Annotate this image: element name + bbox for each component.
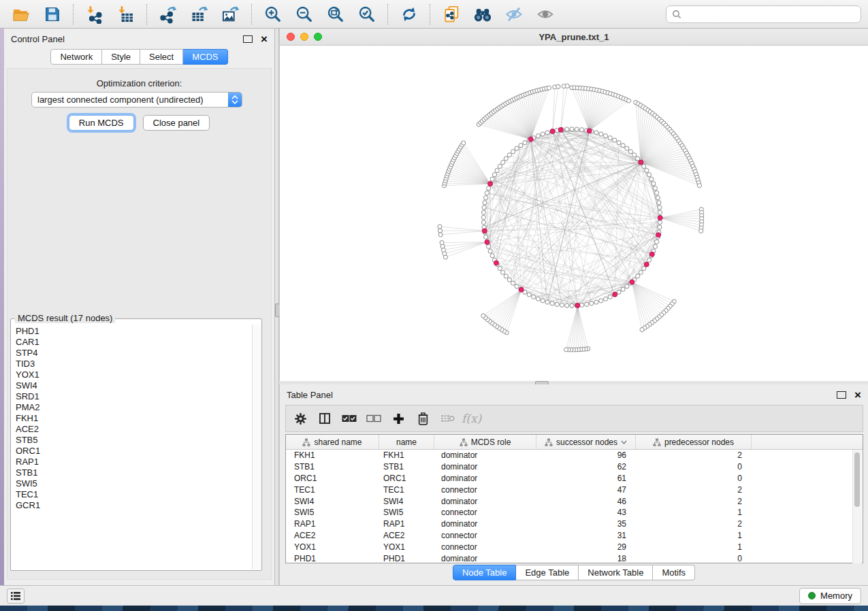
import-table-button[interactable] <box>112 3 140 26</box>
search-field[interactable] <box>666 5 861 23</box>
mcds-result-item[interactable]: TID3 <box>16 359 253 369</box>
cell-predecessor-nodes[interactable]: 1 <box>636 531 752 540</box>
column-header-successor-nodes[interactable]: successor nodes <box>536 435 636 449</box>
cell-successor-nodes[interactable]: 62 <box>536 462 636 472</box>
search-input[interactable] <box>686 8 855 20</box>
column-header-mcds-role[interactable]: MCDS role <box>434 435 536 449</box>
table-scrollbar-thumb[interactable] <box>854 452 860 507</box>
zoom-selected-button[interactable] <box>353 3 381 26</box>
tab-network[interactable]: Network <box>50 49 102 65</box>
open-file-button[interactable] <box>7 3 35 26</box>
table-row[interactable]: RAP1RAP1dominator352 <box>286 518 863 530</box>
table-row[interactable]: ACE2ACE2connector311 <box>286 530 863 542</box>
cell-successor-nodes[interactable]: 31 <box>536 531 636 540</box>
tab-node-table[interactable]: Node Table <box>453 565 517 580</box>
cell-shared-name[interactable]: STB1 <box>286 462 379 472</box>
search-binoculars-button[interactable] <box>468 3 497 26</box>
cell-mcds-role[interactable]: connector <box>434 531 536 540</box>
create-column-button[interactable] <box>388 408 408 429</box>
table-row[interactable]: TEC1TEC1connector472 <box>286 484 863 495</box>
export-table-button[interactable] <box>185 3 214 26</box>
float-panel-button[interactable] <box>243 35 253 43</box>
table-row[interactable]: SWI5SWI5connector431 <box>286 507 863 518</box>
cell-name[interactable]: FKH1 <box>379 450 434 460</box>
show-task-history-button[interactable] <box>7 589 25 604</box>
table-row[interactable]: STB1STB1dominator620 <box>286 461 863 473</box>
cell-name[interactable]: YOX1 <box>379 542 434 552</box>
cell-successor-nodes[interactable]: 46 <box>536 497 636 506</box>
mcds-result-item[interactable]: GCR1 <box>16 500 253 511</box>
close-panel-button[interactable]: × <box>854 391 861 399</box>
export-image-button[interactable] <box>216 3 245 26</box>
mcds-result-item[interactable]: ORC1 <box>16 446 253 457</box>
cell-predecessor-nodes[interactable]: 0 <box>636 554 752 563</box>
memory-button[interactable]: Memory <box>799 588 861 604</box>
tab-network-table[interactable]: Network Table <box>579 565 653 580</box>
network-canvas-svg[interactable] <box>280 46 867 381</box>
mcds-result-item[interactable]: RAP1 <box>16 457 253 467</box>
tab-mcds[interactable]: MCDS <box>183 49 227 65</box>
cell-mcds-role[interactable]: dominator <box>434 554 536 563</box>
mcds-result-item[interactable]: YOX1 <box>16 369 253 380</box>
cell-successor-nodes[interactable]: 35 <box>536 519 636 529</box>
mcds-result-item[interactable]: FKH1 <box>16 413 253 424</box>
cell-shared-name[interactable]: ACE2 <box>286 531 379 540</box>
zoom-in-button[interactable] <box>259 3 287 26</box>
select-all-columns-button[interactable] <box>339 408 359 429</box>
mcds-result-item[interactable]: TEC1 <box>16 489 253 500</box>
cell-predecessor-nodes[interactable]: 0 <box>636 462 752 472</box>
cell-shared-name[interactable]: SWI4 <box>286 497 379 506</box>
cell-shared-name[interactable]: SWI5 <box>286 508 379 517</box>
zoom-fit-button[interactable] <box>321 3 350 26</box>
cell-mcds-role[interactable]: connector <box>434 485 536 495</box>
mcds-result-item[interactable]: STP4 <box>16 348 253 359</box>
mcds-result-item[interactable]: PMA2 <box>16 402 253 413</box>
delete-column-button[interactable] <box>413 408 433 429</box>
cell-mcds-role[interactable]: dominator <box>434 462 536 472</box>
save-session-button[interactable] <box>38 3 67 26</box>
refresh-button[interactable] <box>395 3 423 26</box>
cell-successor-nodes[interactable]: 43 <box>536 508 636 517</box>
cell-name[interactable]: STB1 <box>379 462 434 472</box>
mcds-list-scrollbar[interactable] <box>252 325 261 569</box>
table-row[interactable]: YOX1YOX1connector291 <box>286 541 863 552</box>
table-row[interactable]: PHD1PHD1dominator180 <box>286 552 863 563</box>
cell-predecessor-nodes[interactable]: 2 <box>636 485 752 495</box>
column-header-predecessor-nodes[interactable]: predecessor nodes <box>636 435 752 449</box>
cell-shared-name[interactable]: PHD1 <box>286 554 379 563</box>
tab-motifs[interactable]: Motifs <box>653 565 695 580</box>
cell-name[interactable]: SWI5 <box>379 508 434 517</box>
table-row[interactable]: SWI4SWI4dominator462 <box>286 495 863 507</box>
cell-shared-name[interactable]: FKH1 <box>286 450 379 460</box>
mcds-result-item[interactable]: SRD1 <box>16 391 253 402</box>
mcds-result-item[interactable]: STB1 <box>16 467 253 478</box>
cell-name[interactable]: ORC1 <box>379 474 434 483</box>
show-all-eye-button[interactable] <box>531 3 560 26</box>
hide-selected-button[interactable] <box>500 3 528 26</box>
close-panel-action-button[interactable]: Close panel <box>143 115 210 131</box>
float-panel-button[interactable] <box>837 391 846 399</box>
cell-successor-nodes[interactable]: 29 <box>536 542 636 552</box>
cell-mcds-role[interactable]: dominator <box>434 519 536 529</box>
vertical-splitter[interactable] <box>274 29 279 585</box>
show-column-panel-button[interactable] <box>315 408 335 429</box>
cell-predecessor-nodes[interactable]: 2 <box>636 497 752 506</box>
cell-shared-name[interactable]: ORC1 <box>286 474 379 483</box>
tab-select[interactable]: Select <box>140 49 183 65</box>
tab-style[interactable]: Style <box>102 49 140 65</box>
cell-shared-name[interactable]: RAP1 <box>286 519 379 529</box>
table-row[interactable]: FKH1FKH1dominator962 <box>286 450 863 461</box>
table-settings-button[interactable] <box>290 408 310 429</box>
share-document-button[interactable] <box>437 3 466 26</box>
cell-successor-nodes[interactable]: 96 <box>536 450 636 460</box>
mcds-result-item[interactable]: PHD1 <box>16 326 253 337</box>
cell-shared-name[interactable]: YOX1 <box>286 542 379 552</box>
cell-predecessor-nodes[interactable]: 2 <box>636 450 752 460</box>
cell-predecessor-nodes[interactable]: 1 <box>636 508 752 517</box>
deselect-all-columns-button[interactable] <box>364 408 384 429</box>
tab-edge-table[interactable]: Edge Table <box>516 565 579 580</box>
close-panel-button[interactable]: × <box>261 35 268 43</box>
table-scrollbar[interactable] <box>852 450 862 563</box>
cell-name[interactable]: TEC1 <box>379 485 434 495</box>
cell-predecessor-nodes[interactable]: 0 <box>636 474 752 483</box>
